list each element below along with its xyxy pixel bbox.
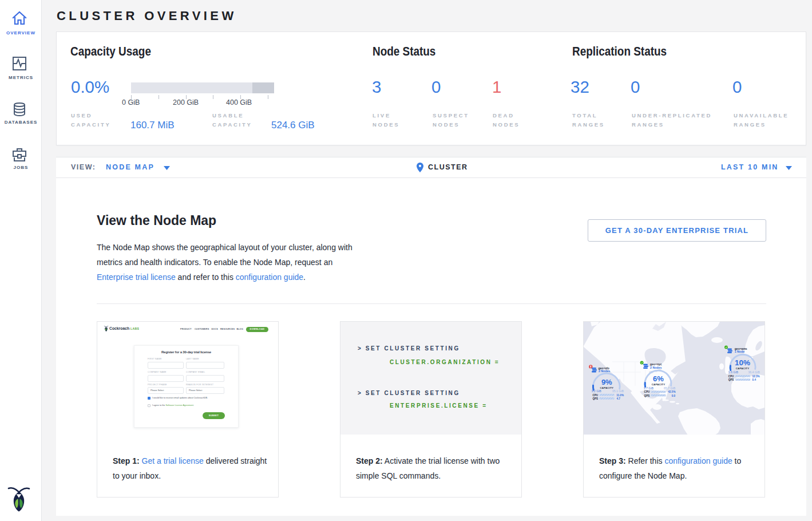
svg-text:CPU: CPU [644, 390, 650, 393]
svg-text:CAPACITY: CAPACITY [736, 367, 750, 370]
svg-text:36.4 GiB: 36.4 GiB [748, 370, 760, 374]
svg-text:3.6 GiB: 3.6 GiB [728, 370, 739, 374]
svg-text:1 Node: 1 Node [735, 350, 744, 353]
svg-text:3.2 GiB: 3.2 GiB [592, 389, 602, 393]
svg-text:2 Nodes: 2 Nodes [599, 369, 610, 373]
svg-text:QPS: QPS [644, 394, 650, 397]
svg-text:6%: 6% [653, 374, 664, 383]
svg-text:10%: 10% [735, 358, 750, 367]
svg-text:QPS: QPS [728, 378, 734, 381]
svg-text:QPS: QPS [592, 397, 598, 400]
svg-text:CPU: CPU [592, 394, 598, 397]
svg-text:11.0%: 11.0% [616, 394, 624, 397]
svg-text:4.7: 4.7 [616, 397, 620, 400]
svg-text:CPU: CPU [728, 375, 734, 378]
svg-text:0.4: 0.4 [752, 378, 756, 381]
svg-text:42.5%: 42.5% [668, 390, 675, 393]
svg-text:3.7 GiB: 3.7 GiB [644, 386, 654, 390]
svg-text:12.3%: 12.3% [752, 375, 760, 378]
svg-text:2 Nodes: 2 Nodes [650, 366, 662, 369]
svg-text:CAPACITY: CAPACITY [652, 383, 666, 386]
svg-text:35.1 GiB: 35.1 GiB [612, 389, 624, 393]
svg-text:9%: 9% [601, 378, 612, 386]
svg-text:65.7 GiB: 65.7 GiB [664, 386, 676, 390]
svg-text:0.0: 0.0 [672, 394, 676, 397]
svg-text:CAPACITY: CAPACITY [600, 386, 613, 389]
